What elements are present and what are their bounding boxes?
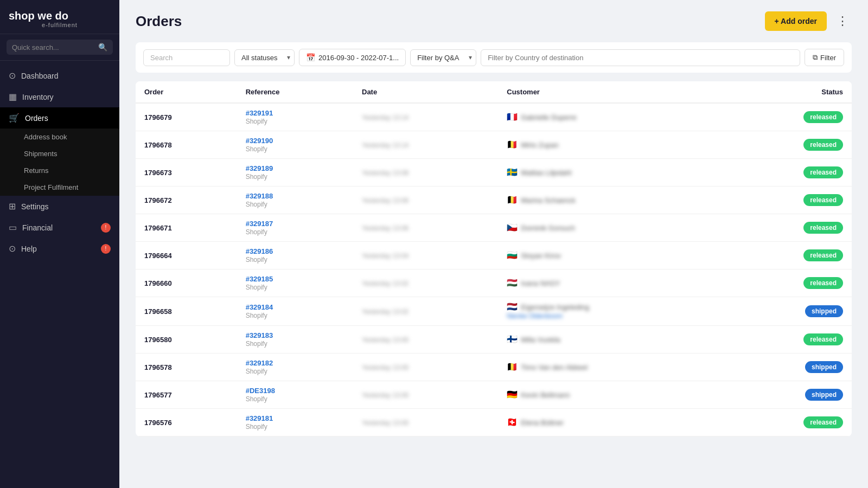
sidebar-search-area: 🔍 bbox=[0, 34, 119, 61]
customer-cell: 🇧🇬 Stoyan Kirov bbox=[498, 242, 723, 269]
table-row[interactable]: 1796664 #329186 Shopify Yesterday 13:04 … bbox=[136, 242, 852, 269]
date-range-filter[interactable]: 📅 2016-09-30 - 2022-07-1... bbox=[299, 49, 406, 66]
order-source: Shopify bbox=[246, 284, 267, 291]
order-id: 1796580 bbox=[136, 326, 237, 354]
sidebar-item-label: Inventory bbox=[22, 93, 54, 101]
customer-name: 🇭🇺 Ivana NAGY bbox=[507, 279, 714, 287]
order-id: 1796578 bbox=[136, 354, 237, 381]
order-id: 1796671 bbox=[136, 214, 237, 242]
country-flag: 🇨🇿 bbox=[507, 223, 518, 232]
returns-label: Returns bbox=[24, 166, 49, 175]
dashboard-icon: ⊙ bbox=[9, 70, 16, 81]
more-options-button[interactable]: ⋮ bbox=[833, 11, 852, 31]
reference-link[interactable]: #329186 bbox=[246, 247, 344, 255]
col-customer: Customer bbox=[498, 81, 723, 103]
status-cell: shipped bbox=[723, 354, 852, 381]
table-row[interactable]: 1796671 #329187 Shopify Yesterday 13:06 … bbox=[136, 214, 852, 242]
add-order-button[interactable]: + Add order bbox=[765, 11, 827, 31]
reference-link[interactable]: #329184 bbox=[246, 303, 344, 311]
date-cell: Yesterday 13:00 bbox=[353, 326, 498, 354]
country-flag: 🇳🇱 bbox=[507, 303, 518, 311]
sidebar-item-shipments[interactable]: Shipments bbox=[0, 145, 119, 162]
status-cell: shipped bbox=[723, 297, 852, 326]
country-flag: 🇫🇷 bbox=[507, 113, 518, 121]
order-date: Yesterday 13:06 bbox=[362, 197, 409, 204]
status-cell: shipped bbox=[723, 381, 852, 409]
reference-link[interactable]: #DE3198 bbox=[246, 387, 344, 395]
reference-link[interactable]: #329191 bbox=[246, 109, 344, 117]
table-row[interactable]: 1796672 #329188 Shopify Yesterday 13:06 … bbox=[136, 187, 852, 214]
table-row[interactable]: 1796658 #329184 Shopify Yesterday 13:02 … bbox=[136, 297, 852, 326]
order-date: Yesterday 13:00 bbox=[362, 391, 409, 399]
status-badge: released bbox=[803, 222, 843, 234]
customer-cell: 🇸🇪 Mattias Liljedahl bbox=[498, 159, 723, 187]
table-row[interactable]: 1796660 #329185 Shopify Yesterday 13:02 … bbox=[136, 269, 852, 297]
header-actions: + Add order ⋮ bbox=[765, 11, 852, 31]
table-row[interactable]: 1796577 #DE3198 Shopify Yesterday 13:00 … bbox=[136, 381, 852, 409]
table-row[interactable]: 1796678 #329190 Shopify Yesterday 13:14 … bbox=[136, 131, 852, 159]
order-id: 1796678 bbox=[136, 131, 237, 159]
customer-name-text: Mirto Zupan bbox=[521, 141, 558, 149]
reference-link[interactable]: #329188 bbox=[246, 192, 344, 200]
date-cell: Yesterday 13:04 bbox=[353, 242, 498, 269]
order-date: Yesterday 13:00 bbox=[362, 336, 409, 344]
country-filter-input[interactable] bbox=[481, 49, 800, 66]
reference-link[interactable]: #329187 bbox=[246, 220, 344, 228]
table-row[interactable]: 1796578 #329182 Shopify Yesterday 13:00 … bbox=[136, 354, 852, 381]
reference-link[interactable]: #329185 bbox=[246, 275, 344, 283]
reference-link[interactable]: #329181 bbox=[246, 414, 344, 422]
date-cell: Yesterday 13:02 bbox=[353, 297, 498, 326]
table-row[interactable]: 1796576 #329181 Shopify Yesterday 13:00 … bbox=[136, 409, 852, 436]
table-row[interactable]: 1796673 #329189 Shopify Yesterday 13:08 … bbox=[136, 159, 852, 187]
date-cell: Yesterday 13:00 bbox=[353, 409, 498, 436]
customer-name-text: Mattias Liljedahl bbox=[521, 169, 571, 177]
status-cell: released bbox=[723, 214, 852, 242]
reference-cell: #329184 Shopify bbox=[237, 297, 353, 326]
reference-link[interactable]: #329182 bbox=[246, 359, 344, 367]
sidebar-item-label: Help bbox=[21, 245, 37, 253]
filter-button[interactable]: ⧉ Filter bbox=[805, 49, 844, 66]
reference-cell: #329191 Shopify bbox=[237, 103, 353, 131]
sidebar-item-returns[interactable]: Returns bbox=[0, 162, 119, 179]
table-row[interactable]: 1796679 #329191 Shopify Yesterday 13:14 … bbox=[136, 103, 852, 131]
order-id: 1796672 bbox=[136, 187, 237, 214]
customer-name: 🇫🇮 Milla Vuokila bbox=[507, 335, 714, 344]
order-id: 1796660 bbox=[136, 269, 237, 297]
status-filter[interactable]: All statuses Released Shipped Pending bbox=[234, 49, 295, 66]
order-source: Shopify bbox=[246, 145, 267, 153]
calendar-icon: 📅 bbox=[306, 53, 315, 62]
table-row[interactable]: 1796580 #329183 Shopify Yesterday 13:00 … bbox=[136, 326, 852, 354]
status-badge: shipped bbox=[805, 389, 843, 401]
qa-filter[interactable]: Filter by Q&A bbox=[410, 49, 476, 66]
sidebar-item-financial[interactable]: ▭ Financial ! bbox=[0, 217, 119, 238]
order-id: 1796658 bbox=[136, 297, 237, 326]
qa-filter-wrap: Filter by Q&A ▾ bbox=[410, 49, 476, 66]
address-book-label: Address book bbox=[24, 133, 67, 141]
reference-cell: #329183 Shopify bbox=[237, 326, 353, 354]
sidebar-item-dashboard[interactable]: ⊙ Dashboard bbox=[0, 65, 119, 86]
sidebar-item-inventory[interactable]: ▦ Inventory bbox=[0, 86, 119, 107]
status-badge: released bbox=[803, 194, 843, 206]
sidebar-item-help[interactable]: ⊙ Help ! bbox=[0, 238, 119, 259]
sidebar-item-settings[interactable]: ⊞ Settings bbox=[0, 196, 119, 217]
customer-name-text: Stoyan Kirov bbox=[521, 252, 561, 260]
reference-link[interactable]: #329190 bbox=[246, 137, 344, 145]
customer-cell: 🇨🇭 Elena Büttner bbox=[498, 409, 723, 436]
reference-cell: #329187 Shopify bbox=[237, 214, 353, 242]
search-input[interactable] bbox=[143, 49, 230, 66]
sidebar-item-orders[interactable]: 🛒 Orders bbox=[0, 107, 119, 129]
shipments-label: Shipments bbox=[24, 150, 57, 158]
sidebar-item-project-fulfilment[interactable]: Project Fulfilment bbox=[0, 179, 119, 196]
settings-icon: ⊞ bbox=[9, 201, 16, 211]
reference-link[interactable]: #329189 bbox=[246, 164, 344, 172]
reference-link[interactable]: #329183 bbox=[246, 331, 344, 339]
financial-badge: ! bbox=[101, 223, 111, 233]
status-badge: released bbox=[803, 416, 843, 428]
sidebar-item-address-book[interactable]: Address book bbox=[0, 129, 119, 145]
status-filter-wrap: All statuses Released Shipped Pending ▾ bbox=[234, 49, 295, 66]
country-flag: 🇩🇪 bbox=[507, 390, 518, 399]
customer-name: 🇩🇪 Kevin Bellmann bbox=[507, 390, 714, 399]
sidebar-nav: ⊙ Dashboard ▦ Inventory 🛒 Orders Address… bbox=[0, 61, 119, 488]
country-flag: 🇸🇪 bbox=[507, 168, 518, 177]
quick-search-input[interactable] bbox=[12, 43, 95, 52]
